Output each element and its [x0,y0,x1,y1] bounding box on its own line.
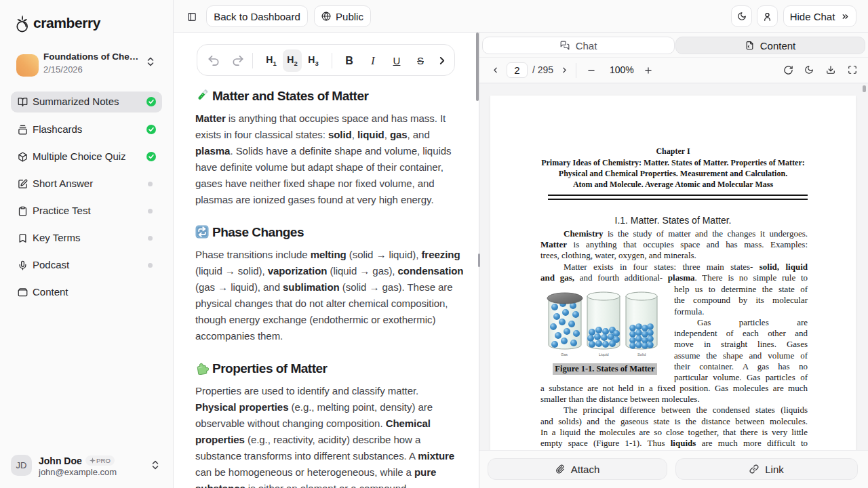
svg-text:Solid: Solid [637,352,646,357]
svg-text:Liquid: Liquid [599,352,609,357]
svg-text:Gas: Gas [561,352,568,357]
